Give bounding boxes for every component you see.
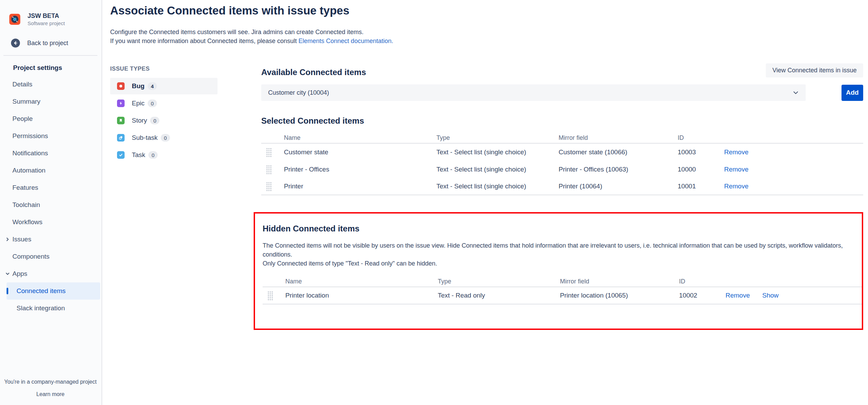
available-items-heading: Available Connected items [261,68,366,77]
drag-handle-icon[interactable] [266,147,272,157]
table-row: Printer Text - Select list (single choic… [261,178,863,195]
project-type: Software project [28,20,65,26]
sidebar-nav: Details Summary People Permissions Notif… [0,76,102,317]
drag-handle-icon[interactable] [267,291,273,300]
sidebar-item-toolchain[interactable]: Toolchain [0,196,102,214]
page-title: Associate Connected items with issue typ… [110,4,863,17]
table-header-row: Name Type Mirror field ID [261,133,863,144]
issue-type-story[interactable]: Story 0 [110,112,218,129]
col-id: ID [679,278,726,285]
drag-handle-icon[interactable] [266,165,272,174]
col-id: ID [678,134,724,142]
col-type: Type [438,278,560,285]
remove-link[interactable]: Remove [724,148,749,156]
issue-type-bug[interactable]: Bug 4 [110,78,218,94]
sidebar-footer: You're in a company-managed project Lear… [0,379,101,397]
sidebar-item-components[interactable]: Components [0,248,102,265]
app-window: JSW BETA Software project Back to projec… [0,0,868,405]
chevron-down-icon [793,90,798,96]
col-mirror: Mirror field [560,278,679,285]
count-badge: 0 [148,151,158,159]
hidden-items-annotation-box: Hidden Connected items The Connected ite… [254,212,863,330]
arrow-left-icon [11,39,20,48]
count-badge: 0 [161,134,170,142]
hidden-items-table: Name Type Mirror field ID Printer locati… [263,276,862,304]
project-name: JSW BETA [28,12,65,19]
sidebar-item-workflows[interactable]: Workflows [0,214,102,231]
chevron-down-icon [6,272,10,276]
issue-type-epic[interactable]: Epic 0 [110,95,218,112]
managed-project-note: You're in a company-managed project [0,379,101,385]
sidebar-item-details[interactable]: Details [0,76,102,93]
sidebar-item-notifications[interactable]: Notifications [0,145,102,162]
sidebar-item-apps[interactable]: Apps [0,265,102,282]
page-description-line2: If you want more information about Conne… [110,37,863,45]
back-to-project[interactable]: Back to project [11,39,68,48]
vinyl-record-icon [9,14,20,25]
sidebar-item-features[interactable]: Features [0,179,102,196]
learn-more-link[interactable]: Learn more [0,391,101,397]
issue-type-subtask[interactable]: Sub-task 0 [110,129,218,146]
show-link[interactable]: Show [762,292,779,299]
bug-icon [117,82,125,90]
back-to-project-label: Back to project [27,40,68,47]
col-name: Name [285,278,438,285]
table-header-row: Name Type Mirror field ID [263,276,862,287]
sidebar-item-automation[interactable]: Automation [0,162,102,179]
col-name: Name [284,134,436,142]
page-description-line1: Configure the Connected items customers … [110,28,863,37]
table-row: Printer - Offices Text - Select list (si… [261,161,863,178]
view-connected-items-button[interactable]: View Connected items in issue [766,63,863,77]
remove-link[interactable]: Remove [724,166,749,173]
project-header: JSW BETA Software project [9,12,65,26]
hidden-items-heading: Hidden Connected items [263,224,862,233]
sidebar-item-permissions[interactable]: Permissions [0,127,102,145]
sidebar-item-people[interactable]: People [0,110,102,127]
remove-link[interactable]: Remove [724,183,749,190]
sidebar-item-summary[interactable]: Summary [0,93,102,110]
available-items-select[interactable]: Customer city (10004) [261,84,806,101]
hidden-items-description: The Connected items will not be visible … [263,241,862,268]
table-row: Customer state Text - Select list (singl… [261,144,863,161]
table-row: Printer location Text - Read only Printe… [263,287,862,304]
project-settings-header: Project settings [13,64,62,72]
elements-connect-doc-link[interactable]: Elements Connect documentation. [298,38,393,44]
project-name-block: JSW BETA Software project [28,12,65,26]
col-type: Type [436,134,559,142]
sidebar-item-slack-integration[interactable]: Slack integration [0,300,102,317]
chevron-right-icon [6,237,10,241]
story-icon [117,117,125,124]
col-mirror: Mirror field [559,134,678,142]
drag-handle-icon[interactable] [266,181,272,191]
add-button[interactable]: Add [841,85,863,101]
task-icon [117,151,125,159]
epic-icon [117,100,125,107]
sidebar: JSW BETA Software project Back to projec… [0,0,102,405]
sidebar-item-issues[interactable]: Issues [0,231,102,248]
selected-items-heading: Selected Connected items [261,116,863,126]
issue-types-list: Bug 4 Epic 0 Story [110,78,261,163]
subtask-icon [117,134,125,142]
sidebar-item-connected-items[interactable]: Connected items [7,282,100,300]
page-description: Configure the Connected items customers … [110,28,863,45]
connected-items-panel: Available Connected items View Connected… [261,63,863,330]
sidebar-divider [3,55,97,56]
remove-link[interactable]: Remove [726,292,750,299]
project-avatar [9,14,20,25]
count-badge: 0 [150,117,159,124]
main-content: Associate Connected items with issue typ… [103,0,868,405]
issue-types-panel: ISSUE TYPES Bug 4 Epic 0 [110,63,261,164]
issue-type-task[interactable]: Task 0 [110,147,218,163]
count-badge: 0 [148,100,157,107]
issue-types-header: ISSUE TYPES [110,65,261,72]
count-badge: 4 [148,82,157,90]
selected-option: Customer city (10004) [268,89,329,96]
selected-items-table: Name Type Mirror field ID Customer state… [261,133,863,195]
